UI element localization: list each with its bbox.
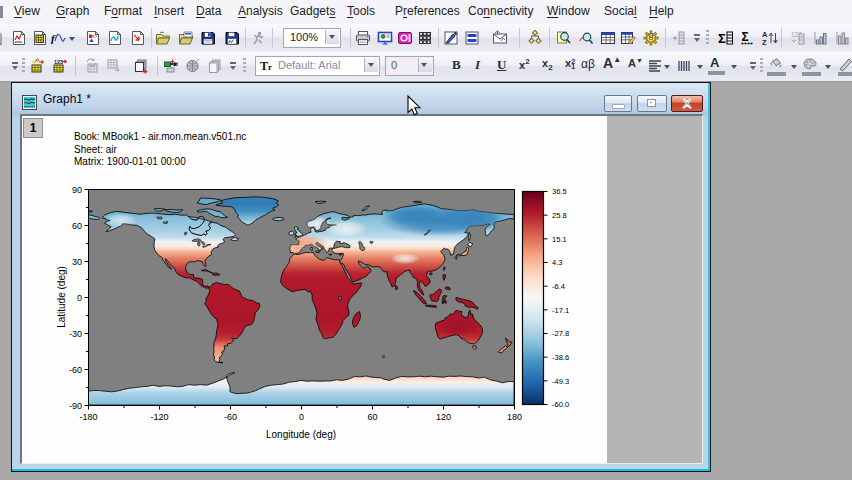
svg-text:-17.1: -17.1: [552, 306, 569, 315]
svg-text:-49.3: -49.3: [552, 377, 569, 386]
svg-text:36.5: 36.5: [552, 187, 567, 196]
svg-text:-180: -180: [79, 412, 97, 422]
svg-text:25.8: 25.8: [552, 211, 567, 220]
svg-text:Latitude (deg): Latitude (deg): [56, 266, 67, 328]
svg-text:-60: -60: [224, 412, 237, 422]
svg-text:60: 60: [72, 221, 82, 231]
svg-text:-27.8: -27.8: [552, 329, 569, 338]
svg-text:f: f: [51, 32, 56, 44]
svg-text:180: 180: [507, 412, 522, 422]
svg-text:4.3: 4.3: [552, 258, 562, 267]
svg-text:-30: -30: [69, 329, 82, 339]
svg-text:Σ: Σ: [742, 30, 749, 44]
svg-text:-60.0: -60.0: [552, 400, 569, 409]
svg-text:Longitude (deg): Longitude (deg): [266, 429, 336, 440]
svg-text:30: 30: [72, 257, 82, 267]
svg-text:15.1: 15.1: [552, 235, 567, 244]
svg-text:123: 123: [54, 59, 63, 65]
svg-text:-6.4: -6.4: [552, 282, 565, 291]
svg-text:60: 60: [367, 412, 377, 422]
svg-text:-38.6: -38.6: [552, 353, 569, 362]
svg-text:Σ: Σ: [718, 31, 726, 46]
svg-text:-60: -60: [69, 365, 82, 375]
svg-text:0: 0: [299, 412, 304, 422]
svg-text:90: 90: [72, 185, 82, 195]
svg-text:0: 0: [77, 293, 82, 303]
svg-text:-120: -120: [150, 412, 168, 422]
svg-text:Z: Z: [762, 38, 767, 46]
svg-text:-90: -90: [69, 401, 82, 411]
svg-text:120: 120: [436, 412, 451, 422]
